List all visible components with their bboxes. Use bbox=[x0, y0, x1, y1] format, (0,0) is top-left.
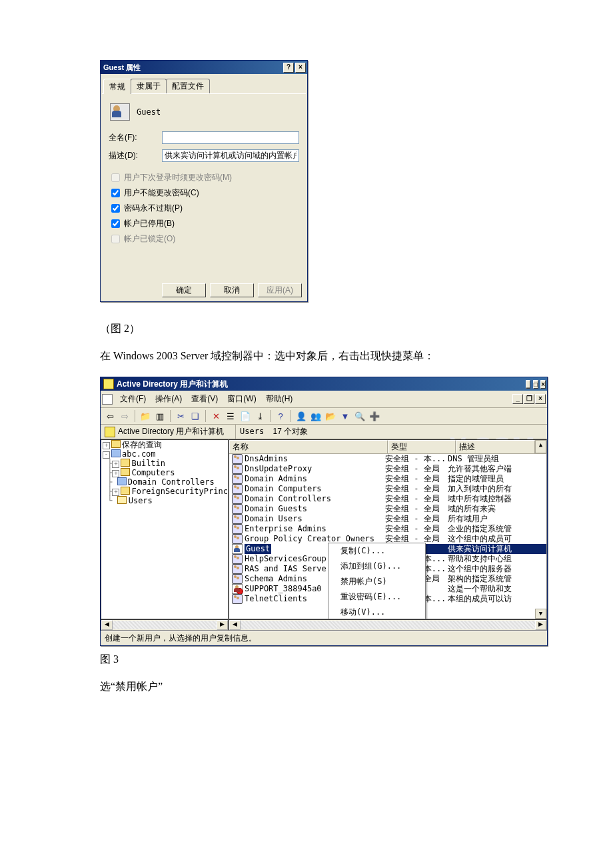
chk-pw-never-expires[interactable]: 密码永不过期(P) bbox=[107, 201, 301, 216]
copy-icon[interactable]: ❏ bbox=[189, 409, 202, 423]
tab-profile[interactable]: 配置文件 bbox=[166, 79, 210, 93]
list-row[interactable]: Domain Computers安全组 - 全局加入到域中的所有 bbox=[229, 484, 546, 494]
filter-icon[interactable]: ▼ bbox=[338, 409, 352, 423]
refresh-icon[interactable]: 📄 bbox=[239, 409, 252, 423]
tree-domain[interactable]: abc.com bbox=[122, 449, 156, 459]
dialog-title: Guest 属性 bbox=[103, 63, 141, 73]
forward-icon[interactable]: ⇨ bbox=[118, 409, 131, 423]
mdi-close-button[interactable]: × bbox=[535, 394, 546, 404]
tree-panel[interactable]: +保存的查询 -abc.com ├+Builtin ├+Computers ├ … bbox=[101, 439, 229, 619]
new-group-icon[interactable]: 👥 bbox=[309, 409, 322, 423]
chk-cannot-change-pw[interactable]: 用户不能更改密码(C) bbox=[107, 185, 301, 201]
tree-computers[interactable]: Computers bbox=[131, 468, 175, 477]
properties-icon[interactable]: ☰ bbox=[224, 409, 237, 423]
scroll-left-button[interactable]: ◀ bbox=[101, 620, 113, 630]
row-description: 指定的域管理员 bbox=[448, 474, 546, 484]
mmc-console-icon[interactable] bbox=[102, 394, 113, 405]
menu-view[interactable]: 查看(V) bbox=[187, 392, 223, 406]
mdi-minimize-button[interactable]: _ bbox=[512, 394, 523, 404]
row-name: Guest bbox=[245, 544, 271, 554]
cancel-button[interactable]: 取消 bbox=[210, 283, 254, 297]
mmc-titlebar[interactable]: Active Directory 用户和计算机 _ □ × bbox=[101, 377, 547, 391]
row-type: 安全组 - 全局 bbox=[385, 464, 448, 474]
row-name: Domain Controllers bbox=[245, 494, 331, 504]
delete-icon[interactable]: ✕ bbox=[209, 409, 223, 423]
ctx-copy[interactable]: 复制(C)... bbox=[328, 543, 425, 559]
find-icon[interactable]: 🔍 bbox=[353, 409, 366, 423]
description-input[interactable] bbox=[162, 149, 299, 162]
list-panel[interactable]: 名称 类型 描述 ▲ DnsAdmins安全组 - 本...DNS 管理员组Dn… bbox=[229, 439, 547, 619]
tree-users[interactable]: Users bbox=[128, 496, 153, 505]
tree-hscroll[interactable]: ◀ ▶ bbox=[101, 619, 229, 631]
list-hscroll[interactable]: ◀ ▶ bbox=[229, 619, 547, 631]
help-button[interactable]: ? bbox=[283, 63, 294, 73]
help-icon[interactable]: ? bbox=[274, 409, 287, 423]
menu-action[interactable]: 操作(A) bbox=[151, 392, 187, 406]
ok-button[interactable]: 确定 bbox=[162, 283, 206, 297]
list-row[interactable]: Domain Controllers安全组 - 全局域中所有域控制器 bbox=[229, 494, 546, 504]
group-icon bbox=[232, 594, 243, 604]
tree-builtin[interactable]: Builtin bbox=[131, 459, 165, 468]
row-name: Domain Guests bbox=[245, 504, 307, 514]
group-icon bbox=[232, 504, 243, 514]
row-name: Schema Admins bbox=[245, 574, 307, 584]
cut-icon[interactable]: ✂ bbox=[174, 409, 187, 423]
maximize-button[interactable]: □ bbox=[533, 380, 538, 389]
fullname-input[interactable] bbox=[162, 131, 299, 144]
ctx-disable-account[interactable]: 禁用帐户(S) bbox=[328, 574, 425, 589]
scroll-down-button[interactable]: ▼ bbox=[535, 609, 546, 619]
paragraph-2: 选“禁用帐户” bbox=[100, 680, 513, 694]
tab-panel-general: Guest 全名(F): 描述(D): 用户下次登录时须更改密码(M) bbox=[102, 93, 306, 278]
tab-general[interactable]: 常规 bbox=[103, 79, 131, 94]
ctx-move[interactable]: 移动(V)... bbox=[328, 605, 425, 619]
export-icon[interactable]: ⤓ bbox=[253, 409, 267, 423]
up-icon[interactable]: 📁 bbox=[139, 409, 152, 423]
tree-domain-controllers[interactable]: Domain Controllers bbox=[128, 477, 215, 487]
mdi-restore-button[interactable]: ❐ bbox=[524, 394, 534, 404]
col-name[interactable]: 名称 bbox=[229, 440, 388, 453]
list-row[interactable]: Domain Admins安全组 - 全局指定的域管理员 bbox=[229, 474, 546, 484]
minimize-button[interactable]: _ bbox=[526, 380, 531, 389]
col-description[interactable]: 描述 bbox=[456, 440, 535, 453]
col-type[interactable]: 类型 bbox=[388, 440, 456, 453]
chk-cannot-change-pw-box[interactable] bbox=[111, 189, 120, 197]
chk-pw-never-expires-box[interactable] bbox=[111, 204, 120, 213]
new-ou-icon[interactable]: 📂 bbox=[324, 409, 337, 423]
back-icon[interactable]: ⇦ bbox=[103, 409, 117, 423]
show-hide-tree-icon[interactable]: ▥ bbox=[153, 409, 167, 423]
tab-member-of[interactable]: 隶属于 bbox=[131, 79, 167, 93]
tree-saved-queries[interactable]: 保存的查询 bbox=[122, 440, 162, 449]
list-row[interactable]: DnsUpdateProxy安全组 - 全局允许替其他客户端 bbox=[229, 464, 546, 474]
list-row[interactable]: Enterprise Admins安全组 - 全局企业的指定系统管 bbox=[229, 524, 546, 534]
mmc-menubar: 文件(F) 操作(A) 查看(V) 窗口(W) 帮助(H) _ ❐ × bbox=[101, 391, 547, 408]
menu-file[interactable]: 文件(F) bbox=[115, 392, 151, 406]
chk-account-locked: 帐户已锁定(O) bbox=[107, 231, 301, 247]
tree-fsp[interactable]: ForeignSecurityPrincipal bbox=[131, 487, 229, 496]
chk-account-disabled-box[interactable] bbox=[111, 219, 120, 228]
row-description: 域的所有来宾 bbox=[448, 504, 546, 514]
menu-help[interactable]: 帮助(H) bbox=[261, 392, 298, 406]
scroll-right-button[interactable]: ▶ bbox=[217, 620, 228, 630]
add-to-group-icon[interactable]: ➕ bbox=[368, 409, 381, 423]
row-name: DnsUpdateProxy bbox=[245, 464, 312, 474]
new-user-icon[interactable]: 👤 bbox=[295, 409, 308, 423]
scroll-left-button[interactable]: ◀ bbox=[229, 620, 241, 630]
mmc-app-icon bbox=[103, 379, 114, 389]
row-description: 所有域用户 bbox=[448, 514, 546, 524]
scroll-right-button[interactable]: ▶ bbox=[535, 620, 546, 630]
ctx-reset-password[interactable]: 重设密码(E)... bbox=[328, 589, 425, 605]
ctx-add-to-group[interactable]: 添加到组(G)... bbox=[328, 559, 425, 574]
list-row[interactable]: Domain Users安全组 - 全局所有域用户 bbox=[229, 514, 546, 524]
list-row[interactable]: Domain Guests安全组 - 全局域的所有来宾 bbox=[229, 504, 546, 514]
chk-account-disabled[interactable]: 帐户已停用(B) bbox=[107, 216, 301, 231]
group-icon bbox=[232, 454, 243, 464]
dialog-titlebar[interactable]: Guest 属性 ? × bbox=[101, 61, 307, 74]
row-type: 安全组 - 全局 bbox=[385, 524, 448, 534]
row-name: SUPPORT_388945a0 bbox=[245, 584, 322, 594]
row-type: 安全组 - 全局 bbox=[385, 514, 448, 524]
close-button[interactable]: × bbox=[295, 63, 306, 73]
close-button[interactable]: × bbox=[540, 380, 546, 389]
scroll-up-button[interactable]: ▲ bbox=[535, 440, 546, 453]
menu-window[interactable]: 窗口(W) bbox=[223, 392, 261, 406]
list-row[interactable]: DnsAdmins安全组 - 本...DNS 管理员组 bbox=[229, 454, 546, 464]
